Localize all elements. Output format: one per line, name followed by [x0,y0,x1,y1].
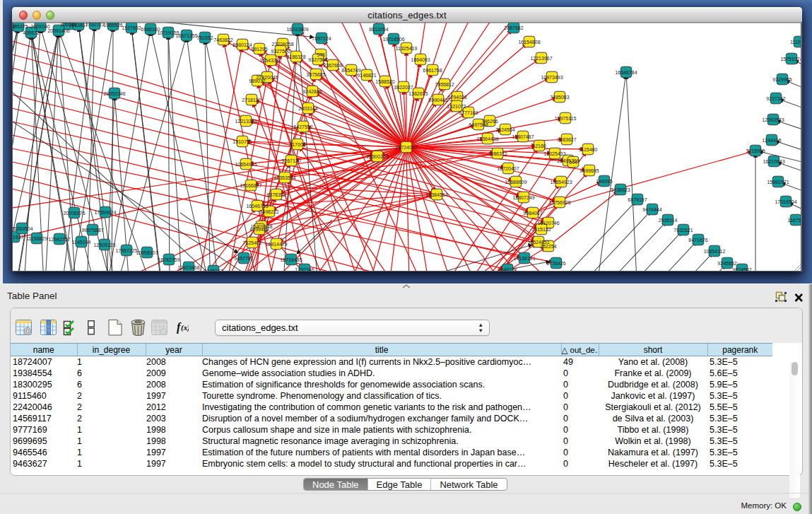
svg-text:6794028: 6794028 [447,95,466,100]
svg-text:9227342: 9227342 [766,96,785,101]
svg-text:11325419: 11325419 [396,46,418,51]
svg-text:7625402: 7625402 [242,240,261,245]
svg-text:546: 546 [317,52,325,57]
svg-text:26269504: 26269504 [12,226,33,231]
svg-text:20091406: 20091406 [47,28,69,33]
svg-text:9327508: 9327508 [308,57,327,62]
svg-text:18724007: 18724007 [395,145,417,150]
svg-text:20206576: 20206576 [63,211,85,216]
svg-text:9242845: 9242845 [302,89,322,94]
svg-text:16914479: 16914479 [265,242,287,247]
svg-text:2087682: 2087682 [504,25,523,30]
svg-text:1588520: 1588520 [375,79,394,84]
svg-text:1864093: 1864093 [411,57,430,62]
svg-text:16671355: 16671355 [175,33,197,38]
svg-text:3911937: 3911937 [12,235,23,240]
svg-text:1621072: 1621072 [447,104,466,109]
svg-text:1065526: 1065526 [103,23,122,28]
svg-text:11156829: 11156829 [26,236,47,241]
svg-text:12213389: 12213389 [235,119,257,124]
svg-text:144095: 144095 [596,179,612,184]
svg-text:989012: 989012 [249,78,265,83]
svg-text:4099489: 4099489 [249,227,269,232]
svg-text:5498222: 5498222 [259,209,278,214]
svg-text:9245652: 9245652 [717,261,736,266]
svg-text:2367608: 2367608 [323,63,342,68]
svg-text:751552: 751552 [196,35,213,40]
svg-text:10807487: 10807487 [512,134,534,139]
svg-text:15692971: 15692971 [767,180,789,185]
svg-text:10654112: 10654112 [704,249,726,254]
svg-text:3215955: 3215955 [746,148,765,153]
svg-text:8990443: 8990443 [428,98,447,103]
svg-text:746266: 746266 [481,119,498,124]
svg-text:10958107: 10958107 [136,250,158,255]
svg-text:10654925: 10654925 [235,162,257,167]
svg-text:9115460: 9115460 [579,147,598,152]
svg-text:8813054: 8813054 [369,27,388,32]
svg-text:1244415: 1244415 [762,138,781,143]
svg-text:16154808: 16154808 [518,40,540,45]
svg-text:1615132: 1615132 [531,227,551,232]
svg-text:2935114: 2935114 [659,218,678,223]
svg-text:405572: 405572 [23,30,39,35]
svg-text:16033809: 16033809 [286,27,308,32]
svg-text:10973493: 10973493 [541,75,563,80]
svg-text:1702723: 1702723 [85,23,104,27]
svg-text:1112048: 1112048 [790,40,801,45]
svg-text:18807249: 18807249 [512,195,534,200]
svg-text:7986372: 7986372 [488,151,507,156]
svg-text:7485083: 7485083 [550,95,569,100]
svg-text:1910755: 1910755 [233,139,252,144]
svg-text:1733426: 1733426 [546,261,565,266]
svg-text:17957225: 17957225 [115,248,137,253]
svg-text:25300203: 25300203 [366,154,388,159]
svg-text:7857224: 7857224 [312,36,331,41]
svg-text:12505135: 12505135 [93,243,115,247]
svg-text:8660124: 8660124 [233,42,252,47]
svg-text:3875685: 3875685 [306,72,325,77]
svg-text:16046755: 16046755 [246,204,268,209]
svg-text:6879197: 6879197 [628,197,647,202]
svg-text:15720407: 15720407 [497,166,519,171]
svg-text:23226058: 23226058 [271,42,293,47]
svg-text:2803144: 2803144 [298,106,317,111]
svg-text:16648784: 16648784 [615,70,637,75]
svg-text:29053346: 29053346 [103,91,125,96]
svg-text:17016504: 17016504 [775,199,796,204]
svg-text:12093583: 12093583 [762,117,784,122]
svg-text:7463822: 7463822 [213,37,233,42]
svg-text:9463627: 9463627 [557,137,576,142]
svg-text:19654923: 19654923 [550,180,572,185]
svg-text:8454749: 8454749 [341,68,360,73]
svg-text:9327500: 9327500 [271,49,290,54]
svg-text:7632621: 7632621 [673,228,693,233]
svg-text:8186328: 8186328 [286,54,305,59]
svg-text:8878352: 8878352 [266,192,286,197]
svg-text:14136141: 14136141 [513,256,535,261]
svg-text:9699695: 9699695 [579,168,599,173]
svg-text:9084067: 9084067 [523,211,542,216]
svg-text:19384554: 19384554 [425,192,447,197]
svg-text:10688609: 10688609 [505,180,526,185]
svg-text:12975115: 12975115 [555,116,577,121]
svg-text:9329965: 9329965 [772,77,792,82]
svg-text:21364436: 21364436 [476,136,498,141]
svg-text:62160: 62160 [532,144,546,148]
svg-text:1695375: 1695375 [12,24,28,29]
svg-text:9474444: 9474444 [642,207,661,212]
svg-text:99975887: 99975887 [81,228,103,233]
svg-text:1362615: 1362615 [408,91,428,96]
svg-text:116753: 116753 [788,218,801,223]
svg-text:16543382: 16543382 [259,58,281,63]
svg-text:9146821: 9146821 [357,73,376,78]
svg-text:(x): (x) [181,323,189,332]
svg-text:1527602: 1527602 [122,25,141,30]
svg-text:3624554: 3624554 [495,127,514,132]
svg-text:2718120: 2718120 [242,98,261,103]
svg-text:12923468: 12923468 [177,265,199,270]
svg-text:8427552: 8427552 [293,124,312,129]
svg-text:10756928: 10756928 [548,200,570,205]
svg-text:891295: 891295 [251,47,267,52]
svg-text:5938923: 5938923 [611,187,630,192]
